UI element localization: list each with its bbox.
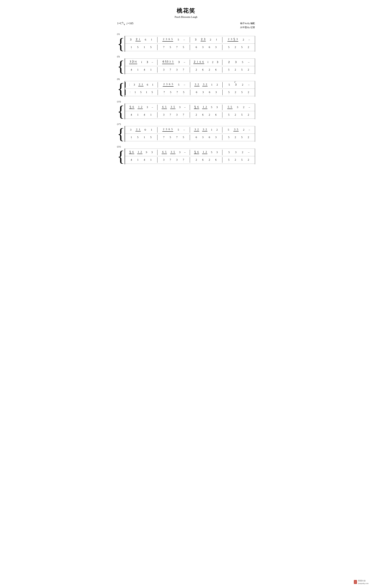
bar-13-1: 5̲ 6 1 2 3 –: [125, 105, 157, 110]
note: 2: [209, 38, 212, 41]
note: 2: [242, 38, 245, 41]
note: 3·: [176, 114, 178, 116]
note: 6·: [202, 68, 204, 71]
note: 1: [150, 158, 152, 161]
note: 6·: [202, 158, 204, 161]
note: 3·: [215, 91, 217, 94]
note-group: 3 5: [170, 151, 176, 154]
bar-b-9-2: 7· 5· 7· 5·: [158, 90, 190, 95]
note: i̇: [207, 61, 209, 63]
system-13: { 5̲ 6 1 2 3: [117, 104, 255, 119]
bar-9-3: 3 2 3 2 1 2: [190, 82, 223, 88]
note: 7·: [182, 68, 185, 71]
note: 2·: [195, 68, 198, 71]
note-group: 6̇ 5̇3̇ 3 5: [162, 60, 174, 64]
bar-b-17-2: 7· 5· 7 5: [157, 135, 190, 140]
note: 2: [247, 158, 250, 161]
note: 2: [140, 151, 143, 153]
note: 1: [202, 106, 205, 108]
rest: –: [248, 151, 249, 154]
note: 1: [151, 84, 154, 86]
bar-13-3: 5̲ 6 1 2 5 3: [190, 105, 222, 110]
note: 6·: [144, 128, 147, 131]
transcriber: 火中莲lily 记谱: [240, 25, 255, 29]
note-group: 3 5: [170, 106, 176, 109]
note: 2̇i̇: [132, 60, 134, 63]
bot-row-1: 1· 5 1 5 7· 5 7· 5 6·: [125, 44, 255, 51]
system-17: { 3 2 1 6· 1: [117, 126, 255, 142]
bar-17-2: 2 3 6 5 5 –: [157, 127, 190, 133]
bar-1-2: 2 3 6 5 5 –: [157, 37, 190, 42]
note: 6·: [215, 68, 217, 71]
note: 1: [138, 106, 140, 108]
note: 5: [150, 46, 152, 49]
staff-17: 3 2 1 6· 1 2 3 6: [125, 126, 255, 142]
bar-5-2: 6̇ 5̇3̇ 3 5 3̇ –: [157, 60, 190, 65]
bot-row-21: 4· 1 4· 1 3· 7· 3· 7· 2·: [125, 156, 255, 164]
measures-bot-1: 1· 5 1 5 7· 5 7· 5 6·: [125, 44, 255, 50]
note: 6·: [195, 46, 198, 49]
measures-top-9: ⁚ 3 2 1 6 1 2 3: [125, 82, 255, 88]
note: 1: [137, 151, 140, 153]
composer: 柚子Kelly 编配: [240, 21, 255, 25]
note: 1: [150, 68, 152, 71]
note: 5: [165, 151, 167, 153]
brace-13: {: [117, 104, 125, 119]
note: 1: [143, 136, 145, 139]
note: 5: [228, 151, 230, 154]
note: 5: [177, 84, 180, 86]
note: 6̇: [162, 60, 165, 63]
note: 5·: [228, 68, 230, 71]
system-5: { 3̇ 2̇i̇ 6 i̇ 3̇ –: [117, 59, 255, 74]
note: 5: [241, 136, 243, 139]
note: 5: [228, 84, 230, 86]
note: 5·: [228, 114, 230, 116]
note: 7·: [176, 46, 178, 49]
note: 2·: [195, 158, 198, 161]
note: 6·: [215, 114, 217, 116]
note: 7·: [169, 68, 172, 71]
note: 1: [141, 83, 144, 86]
note: 6: [168, 38, 170, 41]
note: 3: [233, 128, 236, 131]
note: 2: [135, 128, 138, 131]
bar-b-9-3: 6· 3· 6· 3·: [190, 90, 223, 95]
note: 3: [202, 83, 205, 86]
note-group: 1 2: [137, 151, 143, 154]
bar-b-13-4: 5· 2· 5 2·: [222, 112, 255, 118]
measures-bot-21: 4· 1 4· 1 3· 7· 3· 7· 2·: [125, 157, 255, 163]
note: 5: [173, 106, 176, 108]
note: 7·: [169, 158, 172, 161]
bar-b-21-2: 3· 7· 3· 7·: [157, 157, 190, 163]
note: 3: [236, 106, 239, 109]
note-group: 2̇ 3̇: [201, 38, 206, 41]
note: 3: [230, 38, 233, 41]
measures-bot-9: ⁚ 1· 5· 1 5· 7· 5· 7· 5·: [125, 90, 255, 95]
bar-9-2: 2 3 6 5 5 –: [158, 82, 190, 88]
note: 2: [162, 128, 165, 131]
note: 2: [212, 61, 214, 63]
note: 2̇: [201, 38, 203, 41]
measures-top-17: 3 2 1 6· 1 2 3 6: [125, 127, 255, 133]
note: 1: [210, 84, 213, 86]
bar-b-17-4: 5· 2 5 2: [222, 135, 255, 140]
bar-21-3: 5̲ 6 1 2 5 3: [190, 150, 222, 155]
note-group: 3 2: [194, 128, 199, 131]
bar-b-21-1: 4· 1 4· 1: [125, 157, 157, 163]
note: 5·: [228, 46, 230, 49]
note: 3̇: [130, 38, 132, 41]
note: 3: [165, 83, 168, 85]
note: 1: [137, 158, 139, 161]
note: 1: [210, 128, 213, 131]
bar-b-13-1: 4· 1 4· 1: [125, 112, 157, 118]
note: 3: [133, 84, 135, 86]
note: 5·: [140, 91, 142, 94]
note: 1: [150, 128, 153, 131]
note: 3·: [176, 158, 178, 161]
note: 7: [176, 136, 178, 139]
note-group: 6 5: [162, 151, 167, 154]
note-group: 5̲ 6: [194, 106, 199, 109]
note: 6: [199, 61, 201, 63]
note: 5̲: [129, 151, 132, 153]
note: 6: [202, 61, 204, 63]
